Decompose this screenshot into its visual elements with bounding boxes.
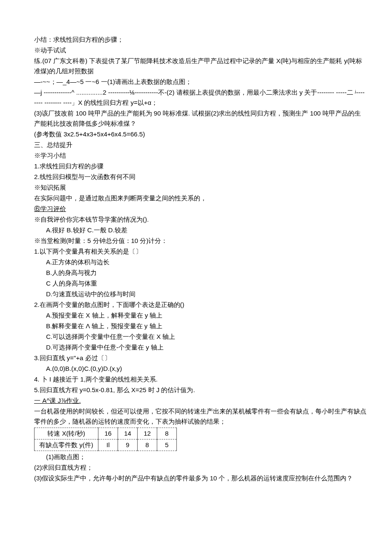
table-row: 转速 X(转/秒) 16 14 12 8: [35, 428, 177, 439]
homework-heading: 一 A^课 J⅞作业.: [34, 396, 366, 406]
cell-defect-header: 有缺点零件数 y(件): [35, 439, 98, 451]
q3-options: A.(0,0)B.(x,0)C.(0,y)D.(x,y): [34, 364, 366, 374]
q3-stem: 3.回归直线 y="+a 必过〔〕: [34, 353, 366, 363]
cell-defect-2: 9: [118, 439, 138, 451]
q1-opt-c: C 人的身高与体重: [34, 278, 366, 289]
self-eval-options: A.很好 B.较好 C.一般 D.较差: [34, 225, 366, 235]
summary-item-2: 2.线性回归模型与一次函数有何不同: [34, 172, 366, 182]
cell-speed-header: 转速 X(转/秒): [35, 428, 98, 439]
cell-speed-3: 12: [138, 428, 157, 439]
homework-intro: 一台机器使用的时间较长，但还可以使用，它按不同的转速生产出来的某机械零件有一些会…: [34, 406, 366, 427]
class-test-heading: ※当堂检测(时量：5 分钟总分值：10 分)计分：: [34, 236, 366, 246]
cell-defect-3: 8: [138, 439, 157, 451]
q2-opt-a: A.预报变量在 X 轴上，解释变量在 y 轴上: [34, 310, 366, 321]
q2-opt-d: D.可选择两个变量中任意-个变量在 y 轴上: [34, 342, 366, 353]
data-table: 转速 X(转/秒) 16 14 12 8 有缺点零件数 y(件) Il 9 8 …: [34, 428, 177, 451]
practice-intro: 练.(07 广东文科卷) 下表提供了某厂节能降耗技术改造后生产甲产品过程中记录的…: [34, 56, 366, 76]
practice-q3: (3)该厂技改前 100 吨甲产品的生产能耗为 90 吨标准煤. 试根据(2)求…: [34, 108, 366, 129]
knowledge-ext-heading: ※知识拓展: [34, 182, 366, 193]
try-heading: ※动手试试: [34, 45, 366, 55]
knowledge-ext-text: 在实际问题中，是通过散点图来判断两变量之间的性关系的，: [34, 193, 366, 203]
table-row: 有缺点零件数 y(件) Il 9 8 5: [35, 439, 177, 451]
section-3-heading: 三、总结提升: [34, 140, 366, 150]
cell-defect-1: Il: [98, 439, 118, 451]
q2-stem: 2.在画两个变量的散点图时，下面哪个表达是正确的(): [34, 300, 366, 310]
q5-stem: 5.回归直线方程 y=0.5x-0.81, 那么 X=25 时 J 的估计值为.: [34, 385, 366, 395]
reference-values: (参考数值 3x2.5+4x3+5x4+6x4.5=66.5): [34, 129, 366, 139]
q1-stem: 1.以下两个变量具有相关关系的是〔〕: [34, 246, 366, 257]
study-eval-heading: ⑥学习评价: [34, 204, 366, 214]
hw-q2: (2)求回归直线方程；: [34, 462, 366, 473]
study-summary-heading: ※学习小结: [34, 150, 366, 161]
q2-opt-b: B.解释变量在 Λ 轴上，预报变量在 y 轴上: [34, 321, 366, 331]
hw-q3: (3)假设实际生产中，允许每小时的产品中有缺点的零件最多为 10 个，那么机器的…: [34, 473, 366, 483]
cell-defect-4: 5: [157, 439, 177, 451]
summary-heading: 小结：求线性回归方程的步骤；: [34, 35, 366, 45]
q1-opt-d: D.匀速直线运动中的位移与时间: [34, 289, 366, 299]
hw-q1: (1)画散点图；: [34, 452, 366, 462]
summary-item-1: 1.求线性回归方程的步骤: [34, 161, 366, 171]
cell-speed-4: 8: [157, 428, 177, 439]
cell-speed-1: 16: [98, 428, 118, 439]
q1-opt-a: A.正方体的体积与边长: [34, 257, 366, 267]
self-eval-question: ※自我评价你完本钱节导学案的情况为().: [34, 214, 366, 225]
garbled-line-1: —-~~；—_4—~5 一~6 一(1)请画出上表数据的散点图；: [34, 77, 366, 87]
cell-speed-2: 14: [118, 428, 138, 439]
q1-opt-b: B.人的身高与视力: [34, 268, 366, 278]
q2-opt-c: C.可以选择两个变量中任意一个变量在 X 轴上: [34, 332, 366, 342]
q4-stem: 4. 卜 I 越接近于 1,两个变量的线性相关关系.: [34, 374, 366, 384]
garbled-line-2: —j -------------^ ...............2 -----…: [34, 87, 366, 108]
